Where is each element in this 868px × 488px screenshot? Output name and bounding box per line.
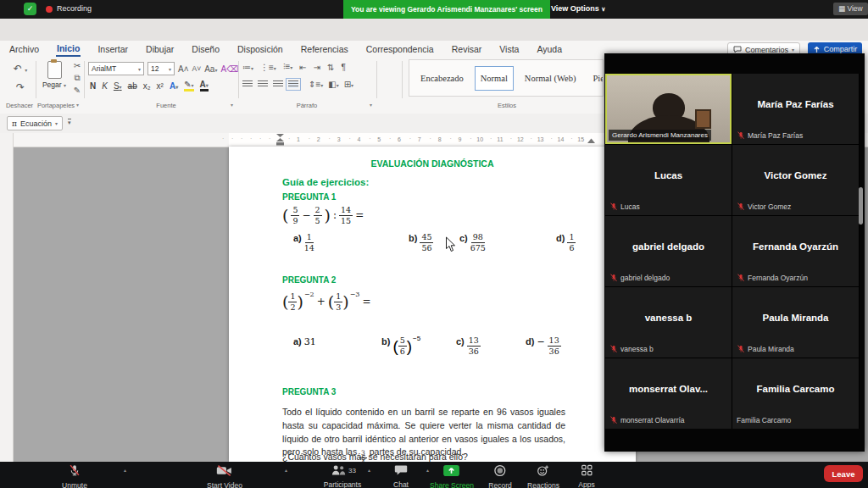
grow-font-button[interactable]: A˄ — [178, 64, 189, 74]
highlight-button[interactable]: ✎▾ — [184, 80, 193, 92]
italic-button[interactable]: K — [102, 81, 108, 91]
chevron-up-icon[interactable]: ▴ — [368, 467, 370, 473]
vertical-ruler[interactable] — [0, 133, 14, 462]
participant-tile[interactable]: LucasLucas — [605, 145, 732, 215]
redo-button[interactable]: ↷ — [7, 81, 34, 93]
font-name-select[interactable]: ArialMT▾ — [88, 62, 144, 75]
fraction: 1336 — [467, 336, 481, 355]
question-expression: (12)−2+(13)−3= — [282, 292, 371, 311]
chevron-up-icon[interactable]: ▴ — [426, 467, 429, 473]
tab-revisar[interactable]: Revisar — [451, 42, 483, 56]
line-spacing-button[interactable]: ⇕≡▾ — [309, 80, 323, 89]
dialog-launcher-icon[interactable]: ▾ — [370, 102, 372, 108]
participant-tile[interactable]: Fernanda OyarzúnFernanda Oyarzún — [732, 216, 859, 286]
share-screen-button[interactable]: Share Screen — [430, 464, 474, 488]
subscript-button[interactable]: x₂ — [143, 81, 151, 91]
panel-scrollbar[interactable] — [859, 187, 863, 225]
numbered-list-button[interactable]: ⋮≡▾ — [260, 63, 276, 72]
underline-button[interactable]: S▾ — [114, 81, 122, 91]
increase-indent-button[interactable]: ⇥ — [314, 63, 320, 72]
cut-icon[interactable]: ✂ — [74, 61, 81, 70]
ruler-tick: · — [241, 136, 242, 141]
format-painter-icon[interactable]: ✎ — [74, 86, 81, 95]
tab-dibujar[interactable]: Dibujar — [145, 42, 175, 56]
participant-label: Fernanda Oyarzún — [737, 274, 808, 282]
strikethrough-button[interactable]: ab — [128, 81, 137, 91]
tab-vista[interactable]: Vista — [498, 42, 520, 56]
math-token: − — [302, 209, 310, 221]
tab-disposicion[interactable]: Disposición — [236, 42, 284, 56]
copy-icon[interactable]: ⧉ — [74, 73, 80, 83]
bullet-list-button[interactable]: ≔▾ — [242, 63, 253, 72]
align-left-button[interactable] — [242, 80, 253, 88]
pin-toolbar-icon[interactable]: ▾ — [68, 119, 71, 126]
align-center-button[interactable] — [258, 80, 268, 88]
view-button[interactable]: ▦ View — [833, 3, 868, 15]
participant-tile[interactable]: monserrat Olav...monserrat Olavarría — [605, 358, 732, 429]
option-label: b) — [381, 336, 390, 347]
style-item[interactable]: Pie — [587, 66, 604, 91]
justify-button[interactable] — [288, 80, 298, 88]
tab-diseno[interactable]: Diseño — [191, 42, 220, 56]
apps-icon — [581, 464, 593, 476]
start-video-button[interactable]: Start Video — [207, 464, 242, 488]
equation-button[interactable]: π Ecuación▾ — [7, 116, 63, 130]
tab-inicio[interactable]: Inicio — [56, 42, 81, 57]
participant-tile[interactable]: vanessa bvanessa b — [605, 287, 732, 358]
undo-button[interactable]: ↶ ▾ — [7, 63, 34, 75]
participant-tile[interactable]: Familia CarcamoFamilia Carcamo — [732, 358, 859, 429]
chevron-up-icon[interactable]: ▴ — [285, 467, 287, 473]
record-button[interactable]: Record — [488, 464, 511, 488]
math-token: ( — [282, 208, 288, 224]
participant-tile[interactable]: Victor GomezVictor Gomez — [732, 145, 859, 215]
reactions-button[interactable]: Reactions — [527, 464, 559, 488]
participant-tile[interactable]: Paula MirandaPaula Miranda — [732, 287, 859, 358]
math-token: 31 — [304, 336, 316, 347]
participants-panel[interactable]: Gerardo Arismendi ManzanaresMaría Paz Fa… — [604, 53, 865, 452]
change-case-button[interactable]: Aa▾ — [204, 64, 217, 74]
borders-button[interactable]: ⊞▾ — [344, 80, 353, 89]
shrink-font-button[interactable]: A˅ — [192, 64, 202, 73]
paste-button[interactable]: Pegar ▾ — [40, 61, 69, 100]
tab-archivo[interactable]: Archivo — [8, 42, 40, 56]
leave-button[interactable]: Leave — [824, 465, 863, 482]
ruler-number: 10 — [476, 136, 483, 142]
chat-button[interactable]: Chat — [393, 464, 409, 488]
tab-referencias[interactable]: Referencias — [300, 42, 349, 56]
indent-marker-icon[interactable] — [276, 134, 284, 146]
clear-format-button[interactable]: A⌫ — [220, 64, 238, 74]
participants-button[interactable]: 33 Participants — [324, 464, 361, 488]
sort-button[interactable]: ⇅ — [327, 63, 334, 72]
font-size-select[interactable]: 12▾ — [147, 62, 175, 75]
style-item[interactable]: Encabezado — [415, 66, 470, 91]
style-item[interactable]: Normal (Web) — [519, 66, 582, 91]
participant-tile[interactable]: Gerardo Arismendi Manzanares — [605, 74, 732, 144]
ruler-tick: · — [288, 136, 290, 141]
tab-insertar[interactable]: Insertar — [97, 42, 129, 56]
answer-option: d)16 — [556, 233, 576, 252]
style-item[interactable]: Normal — [475, 66, 514, 91]
tab-ayuda[interactable]: Ayuda — [536, 42, 563, 56]
encryption-shield-icon[interactable]: ✓ — [24, 3, 36, 15]
ruler-number: 8 — [438, 136, 442, 142]
document-page[interactable]: EVALUACIÓN DIAGNÓSTICA Guía de ejercicio… — [229, 147, 636, 462]
participant-tile[interactable]: María Paz FaríasMaría Paz Farías — [732, 74, 859, 144]
view-options-button[interactable]: View Options ∨ — [551, 4, 605, 13]
bold-button[interactable]: N — [90, 81, 96, 91]
align-right-button[interactable] — [273, 80, 283, 88]
pilcrow-button[interactable]: ¶ — [341, 63, 345, 72]
participant-tile[interactable]: gabriel delgadogabriel delgado — [605, 216, 732, 286]
multilevel-list-button[interactable]: ⫶≡▾ — [283, 62, 292, 72]
font-color-button[interactable]: A▾ — [200, 80, 209, 92]
apps-button[interactable]: Apps — [578, 464, 594, 488]
dialog-launcher-icon[interactable]: ▾ — [76, 102, 79, 108]
tab-correspondencia[interactable]: Correspondencia — [365, 42, 435, 56]
dialog-launcher-icon[interactable]: ▾ — [231, 102, 233, 108]
decrease-indent-button[interactable]: ⇤ — [299, 63, 306, 72]
superscript-button[interactable]: x² — [157, 81, 164, 91]
unmute-button[interactable]: Unmute — [62, 464, 87, 488]
text-effects-button[interactable]: A▾ — [170, 81, 178, 91]
right-indent-icon[interactable] — [587, 136, 595, 143]
chevron-up-icon[interactable]: ▴ — [124, 467, 126, 473]
shading-button[interactable]: ◧▾ — [328, 80, 338, 89]
